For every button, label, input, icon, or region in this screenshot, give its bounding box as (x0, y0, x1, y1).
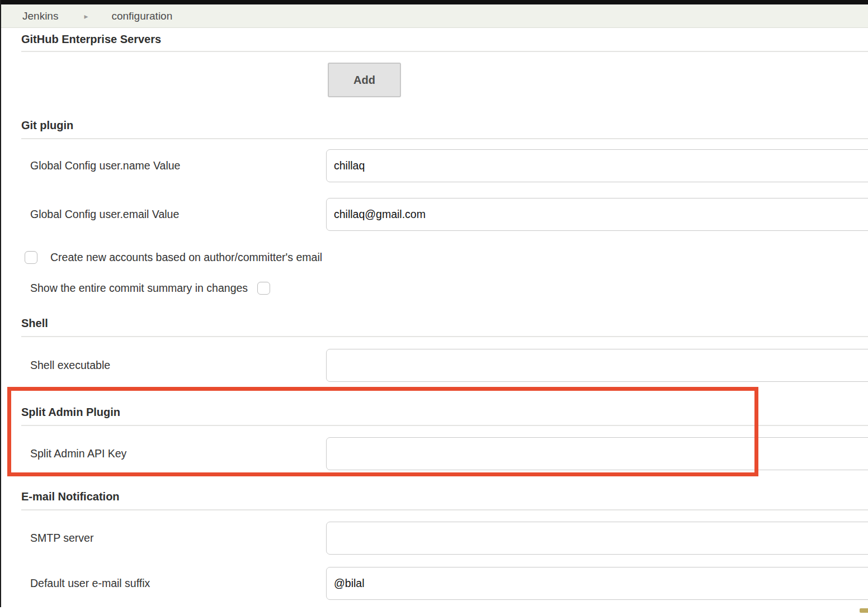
section-divider (21, 51, 868, 52)
commit-summary-label: Show the entire commit summary in change… (30, 282, 248, 295)
add-github-server-button[interactable]: Add (328, 63, 401, 97)
commit-summary-checkbox[interactable] (257, 282, 270, 295)
email-suffix-input[interactable] (326, 567, 868, 600)
window-left-edge (0, 0, 1, 607)
form-row-shell-executable: Shell executable (0, 349, 868, 382)
user-name-input[interactable] (326, 149, 868, 182)
split-admin-api-key-input[interactable] (326, 437, 868, 470)
form-row-user-name: Global Config user.name Value (0, 149, 868, 182)
user-name-label: Global Config user.name Value (30, 149, 326, 173)
create-accounts-checkbox[interactable] (25, 251, 37, 264)
smtp-server-input[interactable] (326, 522, 868, 555)
section-divider (21, 425, 868, 426)
add-button-row: Add (0, 63, 868, 97)
chevron-right-icon: ▸ (84, 12, 88, 21)
form-row-split-admin-api-key: Split Admin API Key (0, 437, 868, 470)
gold-artifact-icon (860, 608, 868, 613)
commit-summary-row: Show the entire commit summary in change… (0, 281, 868, 295)
smtp-server-label: SMTP server (30, 522, 326, 545)
form-row-user-email: Global Config user.email Value (0, 198, 868, 231)
user-email-label: Global Config user.email Value (30, 198, 326, 221)
section-divider (21, 138, 868, 139)
form-row-smtp-server: SMTP server (0, 522, 868, 555)
section-title-github-enterprise-servers: GitHub Enterprise Servers (21, 32, 868, 46)
section-divider (21, 336, 868, 337)
section-title-split-admin-plugin: Split Admin Plugin (21, 405, 868, 419)
email-suffix-label: Default user e-mail suffix (30, 567, 326, 590)
split-admin-api-key-label: Split Admin API Key (30, 437, 326, 461)
create-accounts-label: Create new accounts based on author/comm… (50, 251, 322, 264)
section-title-shell: Shell (21, 316, 868, 330)
window-top-bar (0, 0, 868, 4)
user-email-input[interactable] (326, 198, 868, 231)
breadcrumb: Jenkins ▸ configuration (0, 4, 868, 28)
create-accounts-row: Create new accounts based on author/comm… (0, 250, 868, 264)
section-title-email-notification: E-mail Notification (21, 489, 868, 504)
shell-executable-label: Shell executable (30, 349, 326, 372)
section-divider (21, 509, 868, 510)
shell-executable-input[interactable] (326, 349, 868, 382)
configuration-form: GitHub Enterprise Servers Add Git plugin… (0, 32, 868, 600)
breadcrumb-configuration[interactable]: configuration (111, 10, 172, 22)
form-row-email-suffix: Default user e-mail suffix (0, 567, 868, 600)
section-title-git-plugin: Git plugin (21, 118, 868, 133)
breadcrumb-jenkins[interactable]: Jenkins (22, 10, 58, 22)
